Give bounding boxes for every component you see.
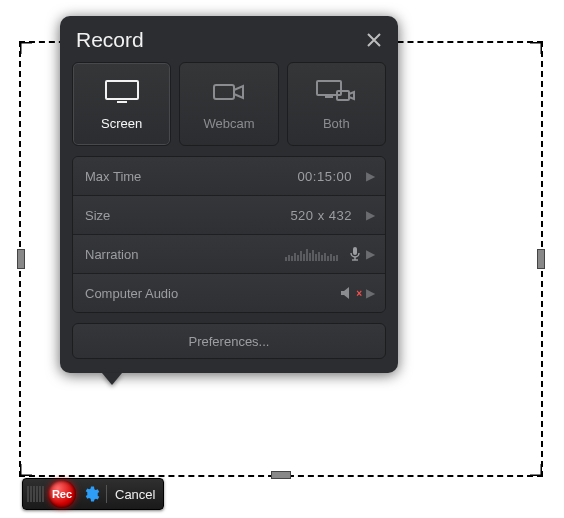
close-button[interactable] bbox=[366, 32, 382, 48]
settings-button[interactable] bbox=[82, 485, 100, 503]
chevron-right-icon: ▶ bbox=[366, 286, 375, 300]
toolbar-level-meter bbox=[27, 486, 44, 502]
screen-icon bbox=[103, 78, 141, 106]
cancel-button[interactable]: Cancel bbox=[115, 487, 155, 502]
computer-audio-label: Computer Audio bbox=[85, 286, 178, 301]
edge-handle-bottom[interactable] bbox=[271, 471, 291, 479]
both-icon bbox=[315, 78, 357, 106]
size-value: 520 x 432 bbox=[290, 208, 352, 223]
edge-handle-right[interactable] bbox=[537, 249, 545, 269]
chevron-right-icon: ▶ bbox=[366, 169, 375, 183]
mode-webcam[interactable]: Webcam bbox=[179, 62, 278, 146]
recorder-toolbar: Rec Cancel bbox=[22, 478, 164, 510]
mode-screen[interactable]: Screen bbox=[72, 62, 171, 146]
svg-rect-1 bbox=[117, 101, 127, 103]
gear-icon bbox=[82, 485, 100, 503]
chevron-right-icon: ▶ bbox=[366, 208, 375, 222]
toolbar-divider bbox=[106, 485, 107, 503]
row-computer-audio[interactable]: Computer Audio × ▶ bbox=[73, 274, 385, 312]
edge-handle-left[interactable] bbox=[17, 249, 25, 269]
panel-title: Record bbox=[76, 28, 144, 52]
microphone-icon bbox=[348, 246, 362, 262]
record-button[interactable]: Rec bbox=[48, 480, 76, 508]
settings-rows: Max Time 00:15:00 ▶ Size 520 x 432 ▶ Nar… bbox=[72, 156, 386, 313]
mode-both-label: Both bbox=[323, 116, 350, 131]
speaker-muted-icon: × bbox=[340, 286, 362, 300]
row-narration[interactable]: Narration ▶ bbox=[73, 235, 385, 274]
mode-webcam-label: Webcam bbox=[203, 116, 254, 131]
chevron-right-icon: ▶ bbox=[366, 247, 375, 261]
preferences-button[interactable]: Preferences... bbox=[72, 323, 386, 359]
corner-handle-tr[interactable] bbox=[526, 42, 542, 58]
max-time-label: Max Time bbox=[85, 169, 141, 184]
close-icon bbox=[366, 32, 382, 48]
webcam-icon bbox=[210, 78, 248, 106]
svg-rect-4 bbox=[325, 96, 333, 98]
mode-screen-label: Screen bbox=[101, 116, 142, 131]
corner-handle-tl[interactable] bbox=[20, 42, 36, 58]
narration-label: Narration bbox=[85, 247, 138, 262]
narration-level-meter bbox=[285, 247, 338, 261]
row-size[interactable]: Size 520 x 432 ▶ bbox=[73, 196, 385, 235]
svg-rect-2 bbox=[214, 85, 234, 99]
svg-rect-0 bbox=[106, 81, 138, 99]
corner-handle-br[interactable] bbox=[526, 460, 542, 476]
mode-both[interactable]: Both bbox=[287, 62, 386, 146]
corner-handle-bl[interactable] bbox=[20, 460, 36, 476]
size-label: Size bbox=[85, 208, 110, 223]
preferences-label: Preferences... bbox=[189, 334, 270, 349]
max-time-value: 00:15:00 bbox=[297, 169, 352, 184]
record-label: Rec bbox=[52, 488, 72, 500]
record-panel: Record Screen Webcam Both bbox=[60, 16, 398, 373]
row-max-time[interactable]: Max Time 00:15:00 ▶ bbox=[73, 157, 385, 196]
svg-rect-6 bbox=[353, 247, 357, 255]
